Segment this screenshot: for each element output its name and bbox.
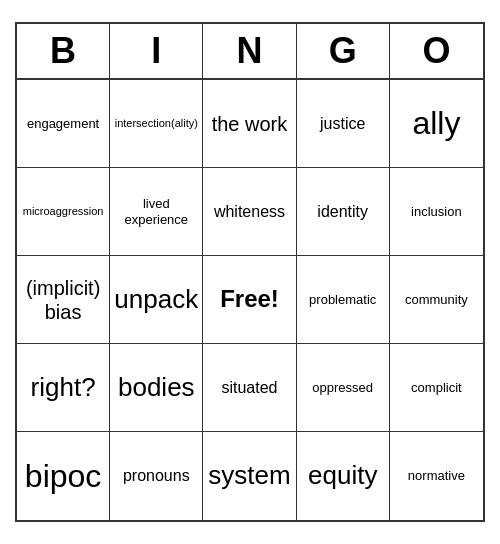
cell-text: system [208, 460, 290, 491]
bingo-cell: pronouns [110, 432, 203, 520]
header-letter: G [297, 24, 390, 78]
header-letter: O [390, 24, 483, 78]
cell-text: intersection(ality) [115, 117, 198, 130]
cell-text: whiteness [214, 202, 285, 221]
header-letter: I [110, 24, 203, 78]
bingo-grid: engagementintersection(ality)the workjus… [17, 80, 483, 520]
bingo-cell: system [203, 432, 296, 520]
bingo-cell: problematic [297, 256, 390, 344]
bingo-cell: ally [390, 80, 483, 168]
cell-text: bodies [118, 372, 195, 403]
bingo-cell: normative [390, 432, 483, 520]
cell-text: Free! [220, 285, 279, 314]
bingo-cell: microaggression [17, 168, 110, 256]
cell-text: normative [408, 468, 465, 484]
cell-text: identity [317, 202, 368, 221]
bingo-cell: complicit [390, 344, 483, 432]
cell-text: (implicit) bias [21, 276, 105, 324]
bingo-cell: bodies [110, 344, 203, 432]
cell-text: equity [308, 460, 377, 491]
bingo-card: BINGO engagementintersection(ality)the w… [15, 22, 485, 522]
cell-text: oppressed [312, 380, 373, 396]
cell-text: community [405, 292, 468, 308]
cell-text: justice [320, 114, 365, 133]
bingo-cell: intersection(ality) [110, 80, 203, 168]
bingo-cell: (implicit) bias [17, 256, 110, 344]
header-letter: N [203, 24, 296, 78]
bingo-cell: identity [297, 168, 390, 256]
cell-text: the work [212, 112, 288, 136]
cell-text: bipoc [25, 457, 102, 495]
bingo-cell: equity [297, 432, 390, 520]
cell-text: right? [31, 372, 96, 403]
bingo-cell: Free! [203, 256, 296, 344]
bingo-header: BINGO [17, 24, 483, 80]
bingo-cell: right? [17, 344, 110, 432]
bingo-cell: whiteness [203, 168, 296, 256]
bingo-cell: bipoc [17, 432, 110, 520]
cell-text: inclusion [411, 204, 462, 220]
cell-text: ally [412, 104, 460, 142]
cell-text: pronouns [123, 466, 190, 485]
bingo-cell: inclusion [390, 168, 483, 256]
cell-text: microaggression [23, 205, 104, 218]
bingo-cell: justice [297, 80, 390, 168]
cell-text: lived experience [114, 196, 198, 227]
cell-text: complicit [411, 380, 462, 396]
bingo-cell: community [390, 256, 483, 344]
bingo-cell: oppressed [297, 344, 390, 432]
cell-text: unpack [114, 284, 198, 315]
bingo-cell: unpack [110, 256, 203, 344]
cell-text: situated [221, 378, 277, 397]
bingo-cell: the work [203, 80, 296, 168]
cell-text: problematic [309, 292, 376, 308]
cell-text: engagement [27, 116, 99, 132]
bingo-cell: lived experience [110, 168, 203, 256]
header-letter: B [17, 24, 110, 78]
bingo-cell: engagement [17, 80, 110, 168]
bingo-cell: situated [203, 344, 296, 432]
